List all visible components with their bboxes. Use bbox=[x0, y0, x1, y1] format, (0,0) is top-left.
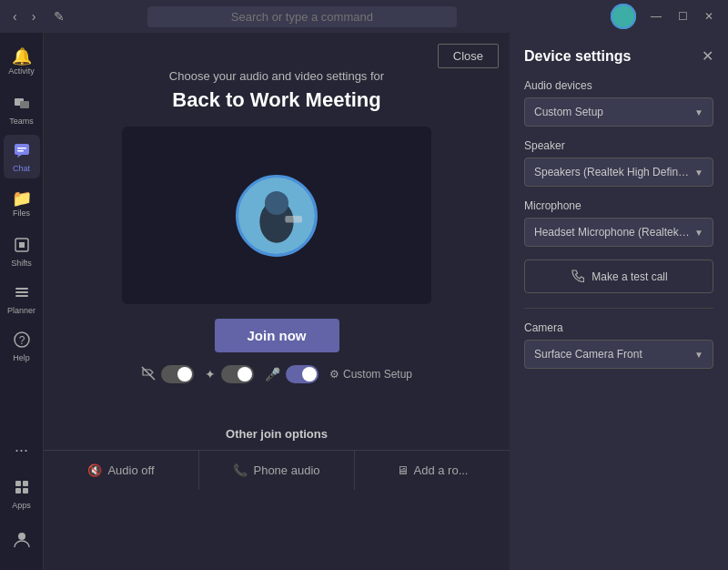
test-call-label: Make a test call bbox=[592, 270, 667, 283]
sidebar-item-apps[interactable]: Apps bbox=[4, 472, 40, 515]
sidebar: 🔔 Activity Teams Chat bbox=[0, 33, 44, 570]
effects-toggle[interactable] bbox=[221, 365, 254, 383]
minimize-button[interactable]: — bbox=[643, 8, 669, 25]
sidebar-label-activity: Activity bbox=[8, 66, 35, 76]
audio-devices-value: Custom Setup bbox=[534, 106, 691, 118]
svg-rect-14 bbox=[15, 481, 21, 486]
audio-off-button[interactable]: 🔇 Audio off bbox=[44, 451, 199, 490]
svg-rect-16 bbox=[15, 488, 21, 494]
help-icon: ? bbox=[13, 331, 31, 351]
sidebar-label-teams: Teams bbox=[9, 117, 34, 126]
sidebar-label-chat: Chat bbox=[13, 164, 30, 173]
sidebar-label-apps: Apps bbox=[12, 501, 31, 510]
video-toggle[interactable] bbox=[161, 365, 194, 383]
controls-row: ✦ 🎤 ⚙ Custom Setup bbox=[141, 365, 412, 383]
microphone-label: Microphone bbox=[524, 199, 713, 212]
svg-rect-5 bbox=[17, 148, 26, 149]
sidebar-label-shifts: Shifts bbox=[11, 259, 32, 268]
join-now-button[interactable]: Join now bbox=[215, 319, 339, 352]
camera-dropdown[interactable]: Surface Camera Front ▼ bbox=[524, 340, 713, 369]
mic-control: 🎤 bbox=[265, 365, 318, 383]
sidebar-item-teams[interactable]: Teams bbox=[4, 87, 40, 131]
sidebar-item-files[interactable]: 📁 Files bbox=[4, 182, 40, 226]
camera-chevron: ▼ bbox=[694, 350, 703, 360]
phone-icon: 📞 bbox=[233, 463, 248, 477]
activity-icon: 🔔 bbox=[12, 48, 32, 65]
title-bar: ‹ › ✎ — ☐ ✕ bbox=[0, 0, 728, 33]
device-settings-title: Device settings bbox=[524, 48, 631, 65]
planner-icon bbox=[13, 283, 31, 304]
sidebar-item-more[interactable]: ... bbox=[4, 424, 40, 468]
svg-rect-15 bbox=[23, 481, 28, 486]
mic-icon: 🎤 bbox=[265, 367, 280, 382]
close-panel-button[interactable]: Close bbox=[438, 44, 499, 68]
other-options-title: Other join options bbox=[44, 427, 510, 441]
sidebar-item-activity[interactable]: 🔔 Activity bbox=[4, 40, 40, 84]
microphone-dropdown[interactable]: Headset Microphone (Realtek High D... ▼ bbox=[524, 218, 713, 247]
svg-rect-9 bbox=[15, 288, 28, 290]
camera-label: Camera bbox=[524, 321, 713, 334]
device-settings-panel: Device settings ✕ Audio devices Custom S… bbox=[510, 33, 728, 570]
files-icon: 📁 bbox=[12, 190, 32, 207]
audio-devices-chevron: ▼ bbox=[694, 107, 703, 117]
sidebar-item-planner[interactable]: Planner bbox=[4, 277, 40, 321]
content-area: Close Choose your audio and video settin… bbox=[44, 33, 728, 570]
svg-point-21 bbox=[265, 190, 288, 214]
join-panel: Close Choose your audio and video settin… bbox=[44, 33, 510, 570]
sidebar-item-shifts[interactable]: Shifts bbox=[4, 229, 40, 273]
teams-icon bbox=[13, 94, 31, 115]
camera-value: Surface Camera Front bbox=[534, 348, 691, 361]
mic-toggle[interactable] bbox=[286, 365, 318, 383]
test-call-button[interactable]: Make a test call bbox=[524, 260, 713, 293]
svg-point-1 bbox=[612, 5, 634, 27]
device-settings-close-button[interactable]: ✕ bbox=[702, 47, 713, 65]
speaker-label: Speaker bbox=[524, 139, 713, 152]
search-input[interactable] bbox=[147, 6, 457, 27]
edit-button[interactable]: ✎ bbox=[48, 7, 70, 25]
microphone-chevron: ▼ bbox=[694, 228, 703, 238]
add-room-button[interactable]: 🖥 Add a ro... bbox=[355, 451, 510, 490]
avatar[interactable] bbox=[611, 4, 636, 29]
audio-devices-dropdown[interactable]: Custom Setup ▼ bbox=[524, 97, 713, 127]
audio-off-icon: 🔇 bbox=[87, 463, 102, 477]
avatar-circle bbox=[236, 175, 318, 257]
custom-setup-label: Custom Setup bbox=[343, 368, 412, 381]
chat-icon bbox=[13, 141, 31, 162]
more-icon: ... bbox=[15, 438, 28, 454]
test-call-icon bbox=[570, 268, 584, 285]
custom-setup-button[interactable]: ⚙ Custom Setup bbox=[329, 368, 412, 381]
effects-icon: ✦ bbox=[205, 367, 216, 382]
account-icon bbox=[11, 529, 33, 554]
add-room-label: Add a ro... bbox=[414, 463, 469, 477]
speaker-chevron: ▼ bbox=[694, 168, 703, 178]
speaker-dropdown[interactable]: Speakers (Realtek High Definition Au... … bbox=[524, 158, 713, 187]
back-button[interactable]: ‹ bbox=[7, 7, 23, 25]
sidebar-item-help[interactable]: ? Help bbox=[4, 324, 40, 368]
main-layout: 🔔 Activity Teams Chat bbox=[0, 33, 728, 570]
sidebar-item-account[interactable] bbox=[4, 519, 40, 563]
divider bbox=[524, 308, 713, 309]
sidebar-label-planner: Planner bbox=[7, 306, 35, 315]
sidebar-label-help: Help bbox=[13, 353, 30, 362]
join-title: Back to Work Meeting bbox=[169, 88, 384, 112]
forward-button[interactable]: › bbox=[26, 7, 42, 25]
device-settings-header: Device settings ✕ bbox=[524, 47, 713, 65]
video-control bbox=[141, 365, 194, 383]
join-header: Choose your audio and video settings for… bbox=[169, 69, 384, 112]
svg-text:?: ? bbox=[18, 334, 25, 347]
svg-rect-10 bbox=[15, 291, 28, 293]
phone-audio-button[interactable]: 📞 Phone audio bbox=[199, 451, 355, 490]
svg-rect-11 bbox=[15, 295, 28, 297]
effects-control: ✦ bbox=[205, 365, 254, 383]
window-close-button[interactable]: ✕ bbox=[697, 8, 721, 25]
svg-rect-6 bbox=[17, 150, 24, 152]
sidebar-item-chat[interactable]: Chat bbox=[4, 135, 40, 178]
audio-devices-label: Audio devices bbox=[524, 79, 713, 92]
shifts-icon bbox=[13, 236, 31, 257]
window-controls: — ☐ ✕ bbox=[643, 8, 721, 25]
sidebar-label-files: Files bbox=[13, 209, 30, 218]
audio-off-label: Audio off bbox=[107, 463, 154, 477]
maximize-button[interactable]: ☐ bbox=[671, 8, 695, 25]
svg-rect-3 bbox=[20, 101, 29, 108]
other-options: Other join options 🔇 Audio off 📞 Phone a… bbox=[44, 427, 510, 490]
